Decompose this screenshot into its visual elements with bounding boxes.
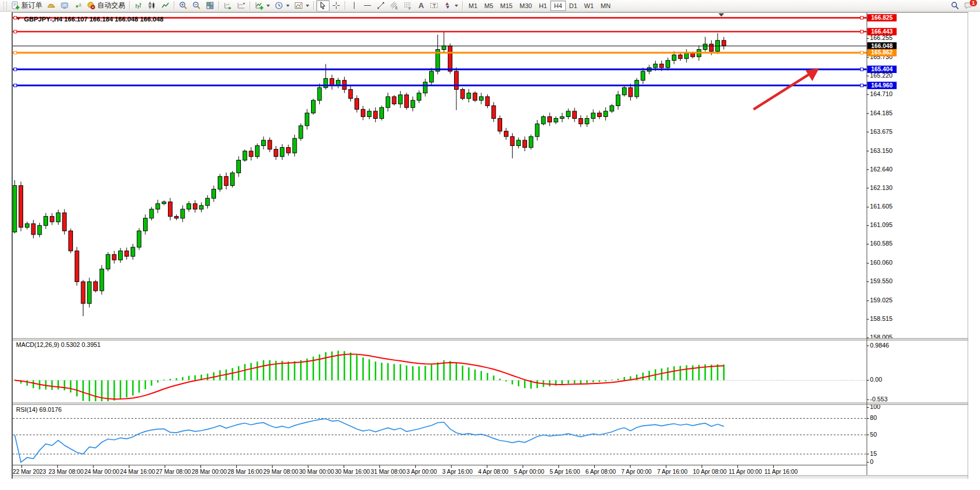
terminal-button[interactable] [58,0,71,12]
toolbar-grip[interactable] [3,2,7,10]
toolbar-separator [218,1,220,10]
time-tick-label: 22 Mar 2023 [13,469,46,475]
candle [25,224,29,227]
price-badge-166.048: 166.048 [867,42,897,50]
line-handle[interactable] [861,84,864,87]
candle [566,111,571,116]
timeframe-button-M15[interactable]: M15 [497,1,516,11]
bar-chart-button[interactable] [132,0,145,12]
price-tick-label: 158.515 [870,315,893,322]
indicators-button[interactable] [253,0,272,12]
timeframe-button-D1[interactable]: D1 [566,1,581,11]
line-handle[interactable] [861,16,864,19]
cursor-button[interactable] [316,0,330,12]
toolbar-separator [129,1,130,10]
price-badge-164.960: 164.960 [867,82,897,89]
toolbar-separator [345,1,346,10]
price-badge-165.862: 165.862 [867,49,897,57]
line-handle[interactable] [14,16,17,19]
auto-trading-button[interactable]: 自动交易 [85,0,127,12]
candle [305,113,309,126]
toolbar-separator [462,1,463,10]
search-button[interactable] [948,0,961,12]
candle [243,151,247,160]
macd-tick-label: 0.00 [870,376,882,383]
periods-button[interactable] [272,0,292,12]
chart-shift-icon [237,1,246,10]
candle [292,138,297,153]
candle [641,71,645,81]
zoom-out-button[interactable] [190,0,203,12]
candle [660,64,664,68]
candle [19,185,23,227]
line-handle[interactable] [861,52,864,54]
line-handle[interactable] [14,52,17,54]
candle [448,46,452,71]
vertical-line-icon [350,1,359,10]
line-handle[interactable] [861,68,864,71]
toolbar-separator [313,1,315,10]
candle [485,97,489,106]
trendline-icon [376,1,385,10]
market-watch-button[interactable] [45,0,58,12]
price-tick-label: 164.185 [870,109,893,116]
svg-text:165.862: 165.862 [871,49,893,56]
template-icon [294,1,303,10]
arrows-tool-button[interactable] [441,0,460,12]
time-tick-label: 27 Mar 08:00 [156,469,191,475]
time-tick-label: 4 Apr 08:00 [478,469,509,475]
timeframe-button-H1[interactable]: H1 [535,1,550,11]
svg-text:164.960: 164.960 [871,82,893,89]
candle [38,225,42,235]
rsi-panel[interactable] [13,405,866,465]
candlestick-chart-button[interactable] [145,0,159,12]
candle [579,118,583,123]
candle [479,97,483,100]
timeframe-button-W1[interactable]: W1 [581,1,598,11]
line-handle[interactable] [14,84,17,87]
candle [87,281,92,303]
auto-scroll-button[interactable] [221,0,235,12]
line-handle[interactable] [14,68,17,71]
channel-button[interactable]: E [387,0,401,12]
label-tool-button[interactable]: T [427,0,441,12]
horizontal-line-button[interactable] [361,0,374,12]
macd-panel[interactable] [13,340,866,403]
timeframe-button-M5[interactable]: M5 [481,1,496,11]
chart-shift-button[interactable] [235,0,248,12]
rsi-label: RSI(14) 69.0176 [16,406,62,413]
notifications-button[interactable]: 1 [961,0,975,12]
price-tick-label: 159.025 [870,297,893,303]
notification-badge: 1 [969,0,978,7]
line-chart-button[interactable] [159,0,172,12]
price-tick-label: 164.710 [870,90,893,97]
candle [106,254,110,269]
vertical-line-button[interactable] [348,0,361,12]
candle [492,106,496,119]
line-handle[interactable] [14,30,17,33]
zoom-in-button[interactable] [177,0,190,12]
signals-button[interactable] [71,0,85,12]
fibonacci-button[interactable]: F [401,0,414,12]
candle [392,97,396,104]
templates-button[interactable] [292,0,312,12]
candle [224,177,228,186]
crosshair-button[interactable] [330,0,343,12]
chart-canvas[interactable]: 166.765166.255165.730165.220164.710164.1… [0,12,980,490]
timeframe-button-M1[interactable]: M1 [465,1,481,11]
candlestick-chart-icon [148,1,156,10]
time-tick-label: 5 Apr 16:00 [550,469,580,475]
candle [417,93,421,101]
candle [374,111,378,119]
timeframe-button-H4[interactable]: H4 [550,1,565,11]
timeframe-button-MN[interactable]: MN [597,1,614,11]
line-handle[interactable] [861,30,864,33]
text-tool-button[interactable]: A [414,0,427,12]
trendline-button[interactable] [374,0,387,12]
timeframe-button-M30[interactable]: M30 [516,1,535,11]
candle [311,100,315,113]
tile-windows-button[interactable] [203,0,217,12]
new-order-button[interactable]: 新订单 [9,0,45,12]
candle [666,60,670,68]
text-tool-icon: A [416,1,425,10]
